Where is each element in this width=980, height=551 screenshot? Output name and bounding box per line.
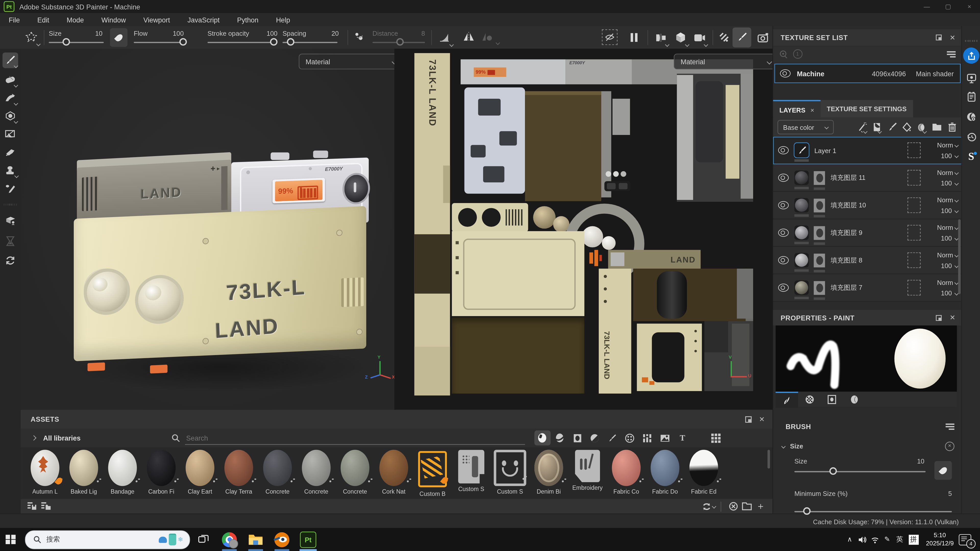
filter-materials-icon[interactable]: [535, 430, 551, 445]
filter-brushes-icon[interactable]: [605, 430, 620, 445]
tab-alpha[interactable]: [798, 392, 821, 407]
blend-mode-dropdown[interactable]: Norm: [937, 196, 958, 203]
undock-icon[interactable]: [932, 311, 945, 324]
substance-painter-taskbar-icon[interactable]: Pt: [299, 530, 318, 549]
opacity-dropdown[interactable]: 100: [941, 262, 958, 269]
menu-window[interactable]: Window: [93, 16, 135, 23]
mask-thumbnail[interactable]: [814, 253, 825, 267]
visibility-eye-icon[interactable]: [778, 146, 789, 154]
texture-set-row-machine[interactable]: Machine 4096x4096 Main shader: [774, 64, 961, 83]
add-fill-layer-icon[interactable]: [899, 120, 915, 134]
spacing-slider[interactable]: [283, 42, 338, 43]
tab-layers[interactable]: LAYERS ×: [773, 100, 821, 119]
open-resource-folder-icon[interactable]: [39, 499, 53, 513]
min-size-slider[interactable]: [794, 511, 952, 512]
menu-edit[interactable]: Edit: [29, 16, 58, 23]
shading-mode-dropdown-3d[interactable]: Material: [299, 54, 395, 69]
library-expander-icon[interactable]: [31, 435, 37, 441]
visibility-eye-icon[interactable]: [778, 256, 789, 264]
refresh-icon[interactable]: [702, 499, 716, 513]
layer-row[interactable]: Layer 1 Norm 100: [773, 137, 962, 164]
visibility-eye-icon[interactable]: [780, 69, 791, 78]
menu-viewport[interactable]: Viewport: [135, 16, 179, 23]
notification-center-icon[interactable]: 4: [959, 534, 971, 545]
symmetry-stroke-icon[interactable]: [354, 31, 365, 42]
file-explorer-icon[interactable]: [246, 530, 265, 549]
network-icon[interactable]: [869, 536, 881, 543]
asset-item[interactable]: Embroidery: [568, 447, 607, 499]
paint-brush-tool-icon[interactable]: [732, 27, 751, 48]
filter-fonts-icon[interactable]: T: [674, 430, 690, 445]
reset-filters-icon[interactable]: [726, 499, 740, 513]
color-picker-tool-icon[interactable]: [3, 181, 18, 196]
channel-dropdown[interactable]: Base color: [778, 120, 834, 134]
filter-alphas-icon[interactable]: [622, 430, 638, 445]
layer-row[interactable]: 填充图层 7 Norm 100: [773, 274, 962, 302]
brush-size-value[interactable]: 10: [917, 457, 924, 465]
mask-thumbnail[interactable]: [814, 171, 825, 185]
layer-row[interactable]: 填充图层 8 Norm 100: [773, 247, 962, 274]
stroke-opacity-slider[interactable]: [207, 42, 275, 43]
add-paint-layer-icon[interactable]: [884, 120, 899, 134]
filter-smart-masks-icon[interactable]: [570, 430, 586, 445]
particle-brush-icon[interactable]: [716, 29, 732, 46]
layer-thumbnail[interactable]: [794, 281, 809, 295]
pen-icon[interactable]: ✎: [881, 535, 894, 544]
blender-icon[interactable]: [272, 530, 291, 549]
tab-brush[interactable]: [776, 392, 798, 408]
new-folder-icon[interactable]: [740, 499, 754, 513]
blend-mode-dropdown[interactable]: Norm: [937, 251, 958, 259]
asset-item[interactable]: Clay Terra: [220, 447, 258, 499]
add-asset-icon[interactable]: ＋: [754, 499, 767, 513]
asset-item[interactable]: Autumn L: [25, 447, 64, 499]
tab-material[interactable]: [843, 392, 865, 407]
search-input[interactable]: [185, 431, 525, 445]
clock[interactable]: 5:10 2025/12/9: [926, 532, 954, 547]
tab-close-icon[interactable]: ×: [810, 106, 814, 114]
visibility-eye-icon[interactable]: [778, 284, 789, 292]
polygon-fill-tool-icon[interactable]: [3, 108, 18, 124]
lasso-tool-icon[interactable]: [22, 29, 40, 46]
size-value[interactable]: 10: [80, 29, 102, 37]
layer-thumbnail[interactable]: [794, 225, 809, 240]
volume-icon[interactable]: [856, 536, 869, 543]
layer-thumbnail[interactable]: [794, 171, 809, 185]
smudge-tool-icon[interactable]: [3, 144, 18, 160]
layer-row[interactable]: 填充图层 11 Norm 100: [773, 164, 962, 192]
material-picker-tool-icon[interactable]: [3, 213, 18, 228]
filter-smart-materials-icon[interactable]: [552, 430, 568, 445]
opacity-dropdown[interactable]: 100: [941, 207, 958, 214]
display-settings-icon[interactable]: [963, 70, 980, 86]
library-selector[interactable]: All libraries: [43, 434, 81, 441]
layer-row[interactable]: 填充图层 9 Norm 100: [773, 219, 962, 247]
filter-filters-icon[interactable]: [587, 430, 603, 445]
tab-texture-set-settings[interactable]: TEXTURE SET SETTINGS: [821, 100, 913, 118]
close-icon[interactable]: ✕: [945, 311, 959, 324]
resources-updater-icon[interactable]: [3, 252, 18, 268]
reset-icon[interactable]: ✕: [945, 441, 955, 451]
asset-item[interactable]: Custom B: [413, 447, 452, 499]
flow-slider[interactable]: [134, 42, 184, 43]
menu-javascript[interactable]: JavaScript: [179, 16, 228, 23]
visibility-eye-icon[interactable]: [778, 201, 789, 210]
size-slider[interactable]: [49, 42, 104, 43]
asset-item[interactable]: Fabric Ed: [684, 447, 723, 499]
add-smart-material-icon[interactable]: [870, 120, 885, 134]
menu-help[interactable]: Help: [267, 16, 299, 23]
viewport-2d[interactable]: 73LK-L LAND E7000Y 99%: [394, 49, 773, 410]
blend-mode-dropdown[interactable]: Norm: [937, 279, 958, 286]
asset-item[interactable]: Concrete: [336, 447, 374, 499]
opacity-dropdown[interactable]: 100: [941, 289, 958, 297]
assets-vertical-scrollbar[interactable]: [767, 450, 770, 468]
spacing-value[interactable]: 20: [316, 29, 339, 37]
mirror-symmetry-icon[interactable]: [463, 31, 475, 42]
eraser-tool-icon[interactable]: [3, 72, 18, 87]
tab-stencil[interactable]: [821, 392, 843, 407]
add-effect-icon[interactable]: [854, 120, 870, 134]
start-button[interactable]: [0, 528, 21, 551]
split-view-button[interactable]: [652, 29, 669, 46]
menu-mode[interactable]: Mode: [58, 16, 93, 23]
blend-mode-dropdown[interactable]: Norm: [937, 141, 958, 148]
shader-settings-icon[interactable]: [963, 109, 980, 125]
tray-chevron-icon[interactable]: ∧: [843, 535, 856, 544]
